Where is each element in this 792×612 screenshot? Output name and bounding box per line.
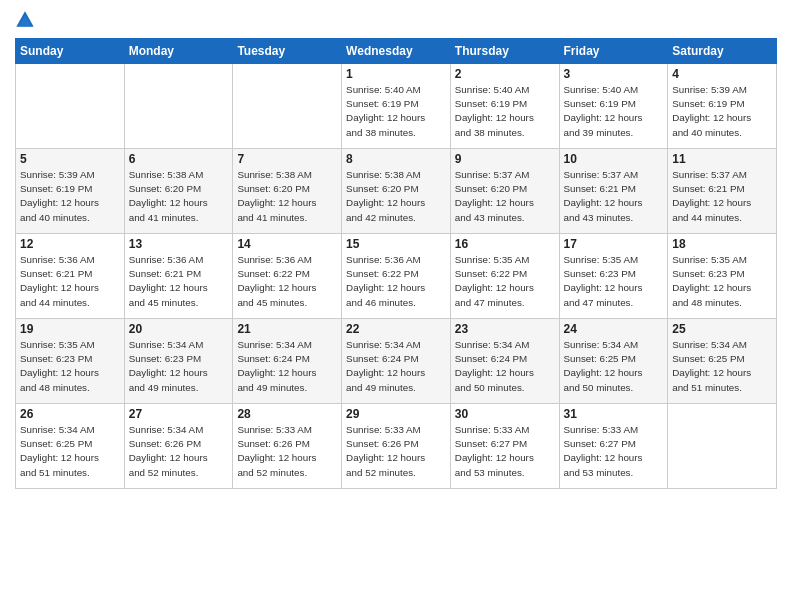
day-cell: 19Sunrise: 5:35 AM Sunset: 6:23 PM Dayli… bbox=[16, 319, 125, 404]
day-info: Sunrise: 5:34 AM Sunset: 6:25 PM Dayligh… bbox=[564, 338, 664, 395]
day-cell: 14Sunrise: 5:36 AM Sunset: 6:22 PM Dayli… bbox=[233, 234, 342, 319]
day-number: 7 bbox=[237, 152, 337, 166]
weekday-header-sunday: Sunday bbox=[16, 39, 125, 64]
day-cell: 21Sunrise: 5:34 AM Sunset: 6:24 PM Dayli… bbox=[233, 319, 342, 404]
logo-icon bbox=[15, 10, 35, 30]
day-number: 2 bbox=[455, 67, 555, 81]
day-cell: 31Sunrise: 5:33 AM Sunset: 6:27 PM Dayli… bbox=[559, 404, 668, 489]
day-cell: 11Sunrise: 5:37 AM Sunset: 6:21 PM Dayli… bbox=[668, 149, 777, 234]
day-info: Sunrise: 5:40 AM Sunset: 6:19 PM Dayligh… bbox=[346, 83, 446, 140]
day-info: Sunrise: 5:34 AM Sunset: 6:25 PM Dayligh… bbox=[20, 423, 120, 480]
week-row-2: 5Sunrise: 5:39 AM Sunset: 6:19 PM Daylig… bbox=[16, 149, 777, 234]
day-info: Sunrise: 5:35 AM Sunset: 6:22 PM Dayligh… bbox=[455, 253, 555, 310]
day-number: 3 bbox=[564, 67, 664, 81]
day-number: 22 bbox=[346, 322, 446, 336]
day-cell: 25Sunrise: 5:34 AM Sunset: 6:25 PM Dayli… bbox=[668, 319, 777, 404]
header bbox=[15, 10, 777, 30]
day-number: 10 bbox=[564, 152, 664, 166]
day-number: 1 bbox=[346, 67, 446, 81]
day-cell: 26Sunrise: 5:34 AM Sunset: 6:25 PM Dayli… bbox=[16, 404, 125, 489]
day-cell: 22Sunrise: 5:34 AM Sunset: 6:24 PM Dayli… bbox=[342, 319, 451, 404]
week-row-5: 26Sunrise: 5:34 AM Sunset: 6:25 PM Dayli… bbox=[16, 404, 777, 489]
day-number: 18 bbox=[672, 237, 772, 251]
day-cell: 24Sunrise: 5:34 AM Sunset: 6:25 PM Dayli… bbox=[559, 319, 668, 404]
day-info: Sunrise: 5:34 AM Sunset: 6:25 PM Dayligh… bbox=[672, 338, 772, 395]
day-info: Sunrise: 5:36 AM Sunset: 6:21 PM Dayligh… bbox=[129, 253, 229, 310]
day-info: Sunrise: 5:37 AM Sunset: 6:20 PM Dayligh… bbox=[455, 168, 555, 225]
day-info: Sunrise: 5:37 AM Sunset: 6:21 PM Dayligh… bbox=[672, 168, 772, 225]
day-cell: 9Sunrise: 5:37 AM Sunset: 6:20 PM Daylig… bbox=[450, 149, 559, 234]
day-number: 14 bbox=[237, 237, 337, 251]
week-row-1: 1Sunrise: 5:40 AM Sunset: 6:19 PM Daylig… bbox=[16, 64, 777, 149]
day-info: Sunrise: 5:34 AM Sunset: 6:26 PM Dayligh… bbox=[129, 423, 229, 480]
day-number: 15 bbox=[346, 237, 446, 251]
day-cell: 13Sunrise: 5:36 AM Sunset: 6:21 PM Dayli… bbox=[124, 234, 233, 319]
day-cell: 12Sunrise: 5:36 AM Sunset: 6:21 PM Dayli… bbox=[16, 234, 125, 319]
day-info: Sunrise: 5:38 AM Sunset: 6:20 PM Dayligh… bbox=[346, 168, 446, 225]
day-number: 23 bbox=[455, 322, 555, 336]
day-number: 20 bbox=[129, 322, 229, 336]
day-cell: 7Sunrise: 5:38 AM Sunset: 6:20 PM Daylig… bbox=[233, 149, 342, 234]
day-cell: 6Sunrise: 5:38 AM Sunset: 6:20 PM Daylig… bbox=[124, 149, 233, 234]
day-cell: 4Sunrise: 5:39 AM Sunset: 6:19 PM Daylig… bbox=[668, 64, 777, 149]
day-info: Sunrise: 5:34 AM Sunset: 6:24 PM Dayligh… bbox=[346, 338, 446, 395]
weekday-header-saturday: Saturday bbox=[668, 39, 777, 64]
day-cell: 1Sunrise: 5:40 AM Sunset: 6:19 PM Daylig… bbox=[342, 64, 451, 149]
day-cell: 29Sunrise: 5:33 AM Sunset: 6:26 PM Dayli… bbox=[342, 404, 451, 489]
weekday-header-tuesday: Tuesday bbox=[233, 39, 342, 64]
day-cell: 3Sunrise: 5:40 AM Sunset: 6:19 PM Daylig… bbox=[559, 64, 668, 149]
day-cell bbox=[233, 64, 342, 149]
day-info: Sunrise: 5:33 AM Sunset: 6:26 PM Dayligh… bbox=[346, 423, 446, 480]
day-number: 5 bbox=[20, 152, 120, 166]
day-number: 17 bbox=[564, 237, 664, 251]
logo bbox=[15, 10, 39, 30]
day-info: Sunrise: 5:39 AM Sunset: 6:19 PM Dayligh… bbox=[672, 83, 772, 140]
day-info: Sunrise: 5:36 AM Sunset: 6:22 PM Dayligh… bbox=[346, 253, 446, 310]
day-cell: 30Sunrise: 5:33 AM Sunset: 6:27 PM Dayli… bbox=[450, 404, 559, 489]
day-cell: 28Sunrise: 5:33 AM Sunset: 6:26 PM Dayli… bbox=[233, 404, 342, 489]
day-cell: 23Sunrise: 5:34 AM Sunset: 6:24 PM Dayli… bbox=[450, 319, 559, 404]
day-number: 30 bbox=[455, 407, 555, 421]
day-info: Sunrise: 5:36 AM Sunset: 6:21 PM Dayligh… bbox=[20, 253, 120, 310]
day-number: 11 bbox=[672, 152, 772, 166]
day-info: Sunrise: 5:34 AM Sunset: 6:23 PM Dayligh… bbox=[129, 338, 229, 395]
page: SundayMondayTuesdayWednesdayThursdayFrid… bbox=[0, 0, 792, 612]
calendar: SundayMondayTuesdayWednesdayThursdayFrid… bbox=[15, 38, 777, 489]
day-number: 16 bbox=[455, 237, 555, 251]
day-number: 29 bbox=[346, 407, 446, 421]
day-cell: 17Sunrise: 5:35 AM Sunset: 6:23 PM Dayli… bbox=[559, 234, 668, 319]
day-number: 6 bbox=[129, 152, 229, 166]
day-info: Sunrise: 5:38 AM Sunset: 6:20 PM Dayligh… bbox=[237, 168, 337, 225]
day-cell: 5Sunrise: 5:39 AM Sunset: 6:19 PM Daylig… bbox=[16, 149, 125, 234]
day-number: 27 bbox=[129, 407, 229, 421]
day-number: 24 bbox=[564, 322, 664, 336]
day-cell: 15Sunrise: 5:36 AM Sunset: 6:22 PM Dayli… bbox=[342, 234, 451, 319]
weekday-header-thursday: Thursday bbox=[450, 39, 559, 64]
week-row-3: 12Sunrise: 5:36 AM Sunset: 6:21 PM Dayli… bbox=[16, 234, 777, 319]
day-number: 12 bbox=[20, 237, 120, 251]
weekday-header-friday: Friday bbox=[559, 39, 668, 64]
weekday-header-monday: Monday bbox=[124, 39, 233, 64]
day-info: Sunrise: 5:33 AM Sunset: 6:27 PM Dayligh… bbox=[564, 423, 664, 480]
day-info: Sunrise: 5:40 AM Sunset: 6:19 PM Dayligh… bbox=[564, 83, 664, 140]
day-info: Sunrise: 5:33 AM Sunset: 6:27 PM Dayligh… bbox=[455, 423, 555, 480]
day-cell bbox=[16, 64, 125, 149]
day-number: 8 bbox=[346, 152, 446, 166]
day-number: 26 bbox=[20, 407, 120, 421]
day-number: 21 bbox=[237, 322, 337, 336]
day-number: 25 bbox=[672, 322, 772, 336]
day-number: 4 bbox=[672, 67, 772, 81]
day-cell: 10Sunrise: 5:37 AM Sunset: 6:21 PM Dayli… bbox=[559, 149, 668, 234]
weekday-header-row: SundayMondayTuesdayWednesdayThursdayFrid… bbox=[16, 39, 777, 64]
day-info: Sunrise: 5:35 AM Sunset: 6:23 PM Dayligh… bbox=[20, 338, 120, 395]
week-row-4: 19Sunrise: 5:35 AM Sunset: 6:23 PM Dayli… bbox=[16, 319, 777, 404]
day-info: Sunrise: 5:35 AM Sunset: 6:23 PM Dayligh… bbox=[564, 253, 664, 310]
weekday-header-wednesday: Wednesday bbox=[342, 39, 451, 64]
day-cell: 8Sunrise: 5:38 AM Sunset: 6:20 PM Daylig… bbox=[342, 149, 451, 234]
day-number: 19 bbox=[20, 322, 120, 336]
day-number: 13 bbox=[129, 237, 229, 251]
day-info: Sunrise: 5:34 AM Sunset: 6:24 PM Dayligh… bbox=[455, 338, 555, 395]
day-info: Sunrise: 5:36 AM Sunset: 6:22 PM Dayligh… bbox=[237, 253, 337, 310]
day-cell: 18Sunrise: 5:35 AM Sunset: 6:23 PM Dayli… bbox=[668, 234, 777, 319]
day-cell bbox=[124, 64, 233, 149]
